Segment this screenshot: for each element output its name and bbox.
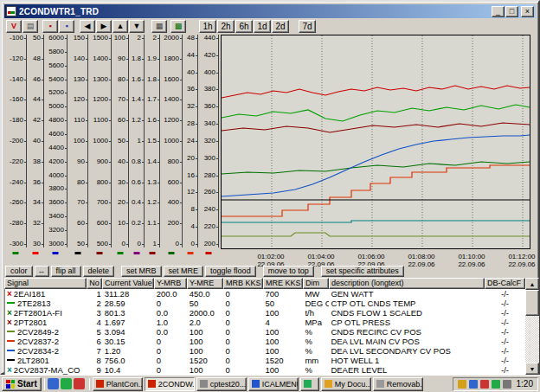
color-button[interactable]: color bbox=[5, 266, 33, 277]
signal-row-2PT2801[interactable]: ×2PT280141.6971.02.004MPaCP OTL PRESS-/- bbox=[5, 318, 525, 327]
task-button-removab-[interactable]: Removab... bbox=[373, 377, 423, 391]
tray-icon-1[interactable] bbox=[458, 380, 466, 389]
axis-tick-label: 1300 bbox=[88, 76, 108, 83]
y-mre-cell: 50 bbox=[188, 299, 224, 308]
axis-tick-label: 5800 bbox=[44, 48, 64, 55]
column-header-description-longtext-[interactable]: description (longtext) bbox=[329, 278, 485, 289]
y-mre-cell: 100 bbox=[188, 365, 224, 375]
start-button[interactable]: Start bbox=[2, 377, 42, 391]
title-bar[interactable]: 2CONDWTR1_TRD _ □ × bbox=[4, 4, 536, 18]
mre-kks-cell: 100 bbox=[264, 346, 304, 356]
axis-tick-label: 3400 bbox=[44, 213, 64, 220]
set-mrb-button[interactable]: set MRB bbox=[121, 266, 162, 277]
time-range-7d-button[interactable]: 7d bbox=[299, 20, 316, 33]
y-axis-labels: 440420400380360340320300280260240220200 bbox=[198, 35, 218, 247]
flip-all-button[interactable]: flip all bbox=[51, 266, 81, 277]
task-button-cptest20-[interactable]: cptest20... bbox=[196, 377, 247, 391]
set-specific-attributes-button[interactable]: set specific attributes bbox=[321, 266, 404, 277]
task-button-2condw-[interactable]: 2CONDW... bbox=[145, 377, 195, 391]
y-axis-11: 440420400380360340320300280260240220200 bbox=[198, 35, 219, 247]
scrollbar-down-icon[interactable]: ▼ bbox=[525, 363, 539, 375]
column-header-db-calcf[interactable]: DB-CalcF bbox=[485, 278, 525, 289]
time-range-2d-button[interactable]: 2d bbox=[272, 20, 289, 33]
delete-button[interactable]: delete bbox=[83, 266, 115, 277]
zoom-in-icon: ▲ bbox=[117, 22, 125, 30]
step-back-button[interactable]: ◀ bbox=[80, 20, 95, 33]
tray-icon-3[interactable] bbox=[480, 380, 489, 389]
signal-row-2CV2837-MA_CO[interactable]: ×2CV2837-MA_CO910.401000100%DEAER LEVEL-… bbox=[5, 365, 525, 375]
task-button-icalmenu[interactable]: ICALMENU bbox=[248, 377, 299, 391]
axis-tick-label: -240 bbox=[4, 179, 23, 186]
axis-tick-label: 400 bbox=[160, 199, 179, 206]
column-header-mre-kks[interactable]: MRE KKS bbox=[263, 278, 303, 289]
scrollbar-thumb[interactable] bbox=[525, 290, 539, 316]
scrollbar-up-icon[interactable]: ▲ bbox=[525, 278, 539, 290]
axis-tick-label: 40 bbox=[27, 138, 41, 145]
column-header-y-mrb[interactable]: Y-MRB bbox=[154, 278, 187, 289]
swap-button[interactable]: ↔ bbox=[35, 266, 49, 277]
blue-pen-button[interactable]: ▪ bbox=[59, 20, 74, 33]
tray-icon-2[interactable] bbox=[469, 380, 478, 389]
signal-row-2EAI181[interactable]: ×2EAI1811311.28200.0450.00700MWGEN WATT-… bbox=[5, 289, 525, 299]
axis-tick-label: 34 bbox=[27, 199, 41, 206]
task-button-plantcon-[interactable]: PlantCon... bbox=[93, 377, 143, 391]
signal-row-2CV2849-2[interactable]: 2CV2849-253.0940.01000100%CNDS RECIRC CV… bbox=[5, 327, 525, 337]
toggle-flood-button[interactable]: toggle flood bbox=[205, 266, 256, 277]
move-to-top-button[interactable]: move to top bbox=[263, 266, 314, 277]
column-header-current-value[interactable]: Current Value bbox=[102, 278, 154, 289]
time-range-2h-button[interactable]: 2h bbox=[217, 20, 235, 33]
zoom-out-button[interactable]: ▼ bbox=[129, 20, 145, 33]
quick-launch-icon-1[interactable] bbox=[48, 378, 59, 389]
signal-row-2TE2813[interactable]: 2TE2813228.59050050DEG CCTP OTL CNDS TEM… bbox=[5, 299, 525, 308]
step-forward-button[interactable]: ▶ bbox=[96, 20, 112, 33]
axis-tick-label: 30 bbox=[27, 241, 41, 247]
set-mre-button[interactable]: set MRE bbox=[164, 266, 204, 277]
y-mrb-cell: 0.0 bbox=[155, 308, 188, 318]
tray-icon-5[interactable] bbox=[503, 380, 511, 389]
time-range-1d-button[interactable]: 1d bbox=[254, 20, 271, 33]
dim-cell: % bbox=[303, 365, 329, 375]
red-pen-button[interactable]: ▪ bbox=[42, 20, 58, 33]
column-header-signal[interactable]: Signal bbox=[4, 278, 87, 289]
signal-row-2LT2801[interactable]: 2LT28018756.00152001520mmHOT WELL 1-/- bbox=[5, 356, 525, 365]
quick-launch-icon-2[interactable] bbox=[61, 378, 72, 389]
scrollbar-track[interactable] bbox=[525, 316, 539, 363]
axis-tick-label: 600 bbox=[160, 179, 179, 186]
quick-launch-icon-3[interactable] bbox=[74, 378, 85, 389]
task-button-my-docu-[interactable]: My Docu... bbox=[321, 377, 371, 391]
signal-cell: ×2CV2837-MA_CO bbox=[5, 365, 87, 375]
tray-icon-4[interactable] bbox=[492, 380, 500, 389]
axis-tick-label: 4600 bbox=[44, 131, 64, 138]
column-header-no[interactable]: No bbox=[87, 278, 102, 289]
table-scrollbar[interactable]: ▲ ▼ bbox=[525, 278, 539, 375]
maximize-button[interactable]: □ bbox=[505, 6, 518, 17]
axis-tick-label: 3600 bbox=[44, 199, 64, 206]
minimize-button[interactable]: _ bbox=[492, 6, 505, 17]
grid-button[interactable]: ▤ bbox=[22, 20, 38, 33]
db-calcf-cell: -/- bbox=[485, 327, 525, 337]
task-label: 2CONDW... bbox=[158, 380, 195, 389]
axis-tick-label: 3800 bbox=[44, 185, 64, 192]
signal-row-2CV2834-2[interactable]: 2CV2834-271.2001000100%DEA LVL SECONDARY… bbox=[5, 346, 525, 356]
filter-button[interactable]: V bbox=[6, 20, 22, 33]
column-header-dim[interactable]: Dim bbox=[303, 278, 329, 289]
axis-tick-label: 48 bbox=[183, 35, 195, 42]
db-calcf-cell: -/- bbox=[485, 365, 525, 375]
signal-row-2CV2837-2[interactable]: 2CV2837-2630.1501000100%DEA LVL MAIN CV … bbox=[5, 337, 525, 346]
close-button[interactable]: × bbox=[521, 6, 534, 17]
zoom-in-button[interactable]: ▲ bbox=[112, 20, 128, 33]
axis-tick-label: 800 bbox=[88, 179, 108, 186]
chart-view-button[interactable]: ▩ bbox=[170, 20, 186, 33]
trend-plot[interactable] bbox=[221, 35, 530, 249]
signal-row-2FT2801A-FI[interactable]: ×2FT2801A-FI3801.30.02000.00100t/hCNDS F… bbox=[5, 308, 525, 318]
time-range-1h-button[interactable]: 1h bbox=[199, 20, 216, 33]
axis-tick-label: 200 bbox=[160, 220, 179, 227]
column-header-y-mre[interactable]: Y-MRE bbox=[187, 278, 223, 289]
table-view-button[interactable]: ▦ bbox=[151, 20, 167, 33]
column-header-mrb-kks[interactable]: MRB KKS bbox=[223, 278, 263, 289]
task-button-app[interactable] bbox=[300, 377, 319, 391]
time-range-6h-button[interactable]: 6h bbox=[235, 20, 253, 33]
system-tray: 1:20 bbox=[453, 377, 538, 391]
description-cell: CNDS RECIRC CV POS bbox=[329, 327, 485, 337]
task-app-icon bbox=[376, 380, 384, 388]
